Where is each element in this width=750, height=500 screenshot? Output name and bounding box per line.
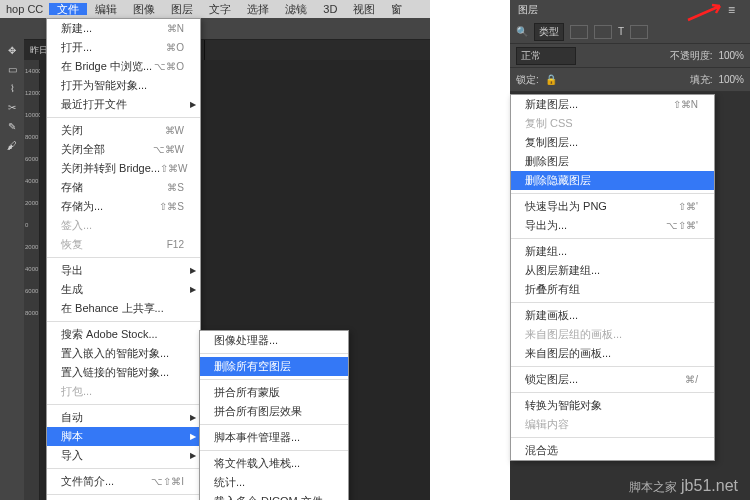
file-menu-item-19[interactable]: 置入嵌入的智能对象... — [47, 344, 200, 363]
layers-panel: 图层 ≡ 🔍 类型 T 正常 不透明度: 100% 锁定: 🔒 填充: 100%… — [510, 0, 750, 500]
layer-menu-item-2[interactable]: 复制图层... — [511, 133, 714, 152]
layer-menu-item-15[interactable]: 来自图层的画板... — [511, 344, 714, 363]
file-menu-item-11: 签入... — [47, 216, 200, 235]
menu-图层[interactable]: 图层 — [163, 3, 201, 15]
brush-tool-icon[interactable]: 🖌 — [2, 136, 22, 154]
lock-all-icon[interactable]: 🔒 — [545, 74, 557, 85]
file-menu-item-2[interactable]: 在 Bridge 中浏览...⌥⌘O — [47, 57, 200, 76]
file-menu-item-27[interactable]: 文件简介...⌥⇧⌘I — [47, 472, 200, 491]
eyedropper-tool-icon[interactable]: ✎ — [2, 117, 22, 135]
layers-flyout-menu: 新建图层...⇧⌘N复制 CSS复制图层...删除图层删除隐藏图层快速导出为 P… — [510, 94, 715, 461]
file-menu-item-25[interactable]: 导入▶ — [47, 446, 200, 465]
script-menu-item-10[interactable]: 统计... — [200, 473, 348, 492]
lock-row: 锁定: 🔒 填充: 100% — [510, 68, 750, 92]
filter-type-icon[interactable]: T — [618, 26, 624, 37]
layers-tab[interactable]: 图层 — [510, 3, 546, 17]
file-menu-item-6[interactable]: 关闭⌘W — [47, 121, 200, 140]
blend-row: 正常 不透明度: 100% — [510, 44, 750, 68]
tools-panel: ✥ ▭ ⌇ ✂ ✎ 🖌 — [0, 18, 24, 500]
crop-tool-icon[interactable]: ✂ — [2, 98, 22, 116]
menu-选择[interactable]: 选择 — [239, 3, 277, 15]
annotation-arrow-icon — [686, 2, 728, 24]
menu-视图[interactable]: 视图 — [345, 3, 383, 15]
filter-shape-icon[interactable] — [630, 25, 648, 39]
search-icon[interactable]: 🔍 — [516, 26, 528, 37]
fill-label: 填充: — [690, 73, 713, 87]
blend-mode-select[interactable]: 正常 — [516, 47, 576, 65]
file-menu-item-4[interactable]: 最近打开文件▶ — [47, 95, 200, 114]
file-menu: 新建...⌘N打开...⌘O在 Bridge 中浏览...⌥⌘O打开为智能对象.… — [46, 18, 201, 500]
menu-编辑[interactable]: 编辑 — [87, 3, 125, 15]
layer-menu-item-7[interactable]: 导出为...⌥⇧⌘' — [511, 216, 714, 235]
file-menu-item-12: 恢复F12 — [47, 235, 200, 254]
file-menu-item-1[interactable]: 打开...⌘O — [47, 38, 200, 57]
file-menu-item-24[interactable]: 脚本▶ — [47, 427, 200, 446]
panel-header: 图层 ≡ — [510, 0, 750, 20]
script-menu-item-11[interactable]: 载入多个 DICOM 文件... — [200, 492, 348, 500]
script-menu-item-7[interactable]: 脚本事件管理器... — [200, 428, 348, 447]
file-menu-item-14[interactable]: 导出▶ — [47, 261, 200, 280]
layer-menu-item-19[interactable]: 转换为智能对象 — [511, 396, 714, 415]
vertical-ruler: 1400012000100008000600040002000020004000… — [24, 60, 40, 500]
opacity-value[interactable]: 100% — [718, 50, 744, 61]
lasso-tool-icon[interactable]: ⌇ — [2, 79, 22, 97]
script-menu-item-0[interactable]: 图像处理器... — [200, 331, 348, 350]
layer-menu-item-6[interactable]: 快速导出为 PNG⇧⌘' — [511, 197, 714, 216]
layer-menu-item-14: 来自图层组的画板... — [511, 325, 714, 344]
opacity-label: 不透明度: — [670, 49, 713, 63]
filter-type-select[interactable]: 类型 — [534, 23, 564, 41]
panel-flyout-icon[interactable]: ≡ — [728, 3, 742, 17]
menu-3D[interactable]: 3D — [315, 3, 345, 15]
layer-menu-item-10[interactable]: 从图层新建组... — [511, 261, 714, 280]
script-menu-item-9[interactable]: 将文件载入堆栈... — [200, 454, 348, 473]
script-menu-item-2[interactable]: 删除所有空图层 — [200, 357, 348, 376]
file-menu-item-9[interactable]: 存储⌘S — [47, 178, 200, 197]
menu-文件[interactable]: 文件 — [49, 3, 87, 15]
layer-menu-item-1: 复制 CSS — [511, 114, 714, 133]
scripts-submenu: 图像处理器...删除所有空图层拼合所有蒙版拼合所有图层效果脚本事件管理器...将… — [199, 330, 349, 500]
menu-滤镜[interactable]: 滤镜 — [277, 3, 315, 15]
marquee-tool-icon[interactable]: ▭ — [2, 60, 22, 78]
move-tool-icon[interactable]: ✥ — [2, 41, 22, 59]
filter-adjust-icon[interactable] — [594, 25, 612, 39]
file-menu-item-7[interactable]: 关闭全部⌥⌘W — [47, 140, 200, 159]
file-menu-item-16[interactable]: 在 Behance 上共享... — [47, 299, 200, 318]
lock-label: 锁定: — [516, 73, 539, 87]
file-menu-item-10[interactable]: 存储为...⇧⌘S — [47, 197, 200, 216]
photoshop-window-left: hop CC 文件编辑图像图层文字选择滤镜3D视图窗 昨日竞猜一正稿.psd @… — [0, 0, 430, 500]
menu-图像[interactable]: 图像 — [125, 3, 163, 15]
filter-pixel-icon[interactable] — [570, 25, 588, 39]
layer-menu-item-13[interactable]: 新建画板... — [511, 306, 714, 325]
file-menu-item-8[interactable]: 关闭并转到 Bridge...⇧⌘W — [47, 159, 200, 178]
script-menu-item-4[interactable]: 拼合所有蒙版 — [200, 383, 348, 402]
layer-menu-item-3[interactable]: 删除图层 — [511, 152, 714, 171]
watermark: 脚本之家 jb51.net — [629, 477, 738, 496]
file-menu-item-3[interactable]: 打开为智能对象... — [47, 76, 200, 95]
layer-menu-item-17[interactable]: 锁定图层...⌘/ — [511, 370, 714, 389]
menu-文字[interactable]: 文字 — [201, 3, 239, 15]
layer-menu-item-0[interactable]: 新建图层...⇧⌘N — [511, 95, 714, 114]
layer-menu-item-4[interactable]: 删除隐藏图层 — [511, 171, 714, 190]
file-menu-item-15[interactable]: 生成▶ — [47, 280, 200, 299]
menu-窗[interactable]: 窗 — [383, 3, 410, 15]
file-menu-item-21: 打包... — [47, 382, 200, 401]
menubar: hop CC 文件编辑图像图层文字选择滤镜3D视图窗 — [0, 0, 430, 18]
fill-value[interactable]: 100% — [718, 74, 744, 85]
layer-menu-item-20: 编辑内容 — [511, 415, 714, 434]
file-menu-item-20[interactable]: 置入链接的智能对象... — [47, 363, 200, 382]
script-menu-item-5[interactable]: 拼合所有图层效果 — [200, 402, 348, 421]
file-menu-item-23[interactable]: 自动▶ — [47, 408, 200, 427]
layer-menu-item-9[interactable]: 新建组... — [511, 242, 714, 261]
file-menu-item-18[interactable]: 搜索 Adobe Stock... — [47, 325, 200, 344]
layer-menu-item-22[interactable]: 混合选 — [511, 441, 714, 460]
layer-menu-item-11[interactable]: 折叠所有组 — [511, 280, 714, 299]
file-menu-item-0[interactable]: 新建...⌘N — [47, 19, 200, 38]
app-title: hop CC — [0, 3, 49, 15]
